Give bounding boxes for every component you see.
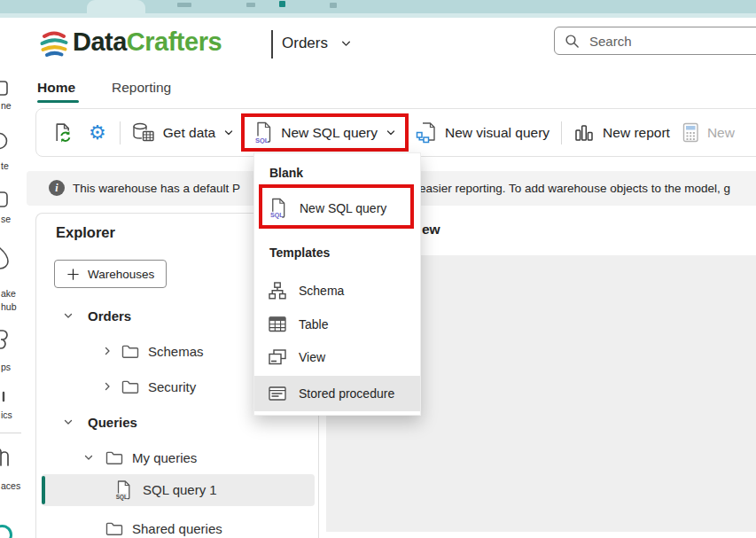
rail-label-create[interactable]: te [1,160,9,171]
browser-tab-fragment [87,0,145,14]
create-icon[interactable] [0,131,9,151]
chevron-down-icon [223,128,234,138]
folder-icon [121,344,139,359]
menu-item-schema[interactable]: Schema [254,274,420,308]
home-icon[interactable] [0,78,9,97]
selection-accent-bar [42,476,45,504]
ribbon-toolbar: ⚙ Get data [35,108,756,157]
tree-label-queries: Queries [88,415,137,430]
tree-item-sql-query-1-selected[interactable]: SQL SQL query 1 [42,474,315,506]
apps-icon[interactable] [0,328,11,351]
folder-icon [121,379,139,394]
tree-label-my-queries: My queries [132,450,197,465]
main-heading-fragment: ew [422,222,440,238]
menu-item-view[interactable]: View [254,340,420,374]
calculator-icon [682,122,699,143]
onelake-hub-icon[interactable] [0,246,11,269]
new-item-disabled-label: New [707,125,735,141]
view-icon [269,349,286,365]
chevron-down-icon[interactable] [83,452,94,463]
rail-label-workspaces[interactable]: aces [1,480,20,491]
explorer-title: Explorer [56,224,115,241]
app-logo: DataCrafters [73,27,222,57]
item-switcher-label: Orders [282,35,328,52]
table-icon [269,316,286,332]
chevron-down-icon [386,128,396,138]
rail-label-home[interactable]: ne [1,100,12,111]
sql-icon-text: SQL [116,494,128,501]
search-input[interactable] [588,33,724,50]
info-icon: i [49,180,65,196]
schema-icon [269,282,286,300]
browser-chrome-fragment [177,3,191,7]
tab-reporting[interactable]: Reporting [112,80,171,96]
menu-section-templates: Templates [269,246,330,260]
workspaces-icon[interactable] [0,445,11,468]
refresh-button[interactable] [52,121,74,144]
menu-item-table[interactable]: Table [254,308,420,341]
get-data-label: Get data [163,125,215,141]
logo-text-green: Crafters [127,27,222,56]
tree-label-orders: Orders [88,308,131,324]
chevron-right-icon[interactable] [102,346,113,356]
left-nav-rail: ne te se ake hub ps ics aces [0,18,25,538]
sql-file-icon: SQL [269,198,287,219]
chevron-down-icon[interactable] [63,310,74,321]
chevron-right-icon[interactable] [102,381,113,392]
item-switcher-orders[interactable]: Orders [282,35,352,52]
new-sql-query-button[interactable]: SQL New SQL query [253,121,396,144]
menu-item-label: View [299,350,325,364]
active-tab-underline [37,100,79,103]
stored-procedure-icon [269,386,286,401]
rail-divider [0,433,21,433]
new-report-button[interactable]: New report [573,123,670,143]
add-warehouses-button[interactable]: Warehouses [54,260,167,288]
menu-item-label: New SQL query [300,201,386,215]
new-sql-query-label: New SQL query [281,125,378,141]
new-visual-query-label: New visual query [445,125,549,141]
info-message-right: easier reporting. To add warehouse objec… [419,182,730,195]
menu-item-label: Schema [299,284,344,298]
tree-label-security: Security [148,379,196,394]
chevron-down-icon[interactable] [63,417,74,427]
toolbar-divider [120,121,121,144]
rail-label-apps[interactable]: ps [1,362,11,372]
new-report-label: New report [603,125,670,141]
settings-gear-icon[interactable]: ⚙ [89,123,106,143]
new-semantic-item-disabled: New [682,122,735,143]
rail-label-metrics[interactable]: ics [1,409,12,420]
tree-item-my-queries[interactable]: My queries [36,441,318,474]
tree-item-shared-queries[interactable]: Shared queries [36,511,318,538]
logo-globe-icon [39,28,69,58]
browse-icon[interactable] [0,190,9,209]
tab-home[interactable]: Home [37,80,75,96]
browser-chrome-fragment [330,3,337,8]
get-data-button[interactable]: Get data [132,122,234,143]
toolbar-divider [561,121,562,144]
global-search[interactable] [554,27,756,55]
rail-label-browse[interactable]: se [1,214,11,224]
sql-icon-text: SQL [255,136,269,144]
rail-label-onelake-2[interactable]: hub [1,301,17,312]
rail-label-onelake-1[interactable]: ake [1,288,16,299]
chevron-down-icon [340,38,352,50]
sql-file-icon: SQL [253,121,273,144]
info-message-left: This warehouse has a default P [73,182,240,195]
menu-item-new-sql-query[interactable]: SQL New SQL query [254,189,420,228]
folder-icon [105,450,123,465]
database-table-icon [132,122,155,143]
tree-label-schemas: Schemas [148,344,204,359]
sql-icon-text: SQL [270,213,284,220]
menu-item-stored-procedure[interactable]: Stored procedure [254,376,420,411]
menu-item-label: Stored procedure [299,386,394,401]
browser-chrome-band [0,13,756,18]
visual-query-icon [416,121,437,144]
sql-file-icon: SQL [114,480,132,501]
header-divider [271,30,273,58]
tree-label-sql-query-1: SQL query 1 [143,482,217,497]
rail-item-fragment-icon[interactable] [0,525,12,538]
logo-text-dark: Data [73,27,127,56]
metrics-icon[interactable] [0,383,11,404]
bar-chart-icon [573,123,595,143]
new-visual-query-button[interactable]: New visual query [416,121,549,144]
